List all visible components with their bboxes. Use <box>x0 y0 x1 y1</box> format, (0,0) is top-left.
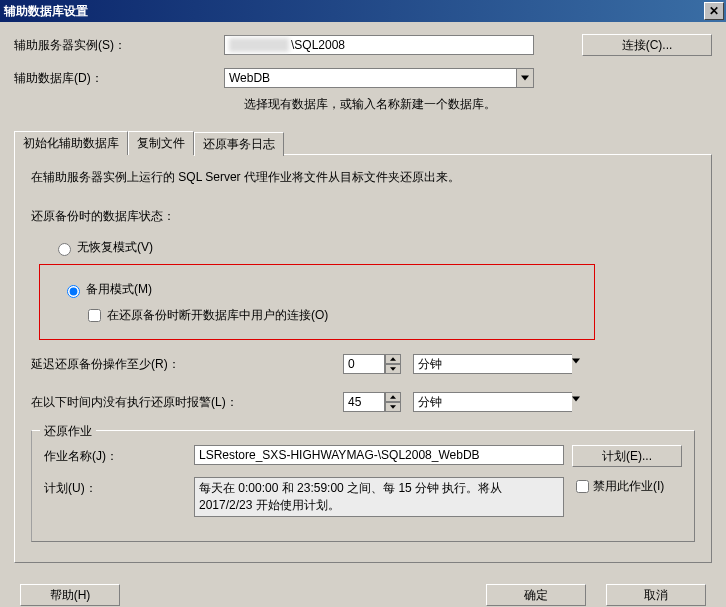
radio-standby-row[interactable]: 备用模式(M) <box>62 281 594 298</box>
disable-job-checkbox[interactable] <box>576 480 589 493</box>
delay-unit-combo[interactable] <box>413 354 543 374</box>
dropdown-arrow-icon[interactable] <box>572 392 580 412</box>
spin-down-icon[interactable] <box>385 402 401 412</box>
plan-button[interactable]: 计划(E)... <box>572 445 682 467</box>
delay-input[interactable] <box>343 354 385 374</box>
close-button[interactable]: ✕ <box>704 2 724 20</box>
database-combo[interactable] <box>224 68 534 88</box>
spin-down-icon[interactable] <box>385 364 401 374</box>
tab-restore[interactable]: 还原事务日志 <box>194 132 284 156</box>
job-name-input[interactable] <box>194 445 564 465</box>
job-name-label: 作业名称(J)： <box>44 445 194 465</box>
server-blur <box>229 38 289 52</box>
alert-spinner[interactable] <box>343 392 403 412</box>
spin-up-icon[interactable] <box>385 392 401 402</box>
dropdown-arrow-icon[interactable] <box>516 68 534 88</box>
content-area: 辅助服务器实例(S)： \SQL2008 连接(C)... 辅助数据库(D)： … <box>0 22 726 576</box>
radio-no-recovery[interactable] <box>58 243 71 256</box>
panel-description: 在辅助服务器实例上运行的 SQL Server 代理作业将文件从目标文件夹还原出… <box>31 169 695 186</box>
tab-panel: 在辅助服务器实例上运行的 SQL Server 代理作业将文件从目标文件夹还原出… <box>14 154 712 563</box>
delay-unit-input[interactable] <box>413 354 572 374</box>
database-label: 辅助数据库(D)： <box>14 70 224 87</box>
schedule-label: 计划(U)： <box>44 477 194 497</box>
alert-label: 在以下时间内没有执行还原时报警(L)： <box>31 394 343 411</box>
disconnect-row[interactable]: 在还原备份时断开数据库中用户的连接(O) <box>84 306 594 325</box>
radio-standby[interactable] <box>67 285 80 298</box>
alert-unit-input[interactable] <box>413 392 572 412</box>
title-bar: 辅助数据库设置 ✕ <box>0 0 726 22</box>
cancel-button[interactable]: 取消 <box>606 584 706 606</box>
tab-init[interactable]: 初始化辅助数据库 <box>14 131 128 155</box>
restore-job-fieldset: 还原作业 作业名称(J)： 计划(E)... 计划(U)： 每天在 0:00:0… <box>31 430 695 542</box>
database-hint: 选择现有数据库，或输入名称新建一个数据库。 <box>244 96 712 113</box>
database-input[interactable] <box>224 68 516 88</box>
delay-spinner[interactable] <box>343 354 403 374</box>
alert-unit-combo[interactable] <box>413 392 543 412</box>
disable-job-label: 禁用此作业(I) <box>593 478 664 495</box>
radio-no-recovery-label: 无恢复模式(V) <box>77 239 153 256</box>
alert-input[interactable] <box>343 392 385 412</box>
help-button[interactable]: 帮助(H) <box>20 584 120 606</box>
disconnect-label: 在还原备份时断开数据库中用户的连接(O) <box>107 307 328 324</box>
footer: 帮助(H) 确定 取消 <box>0 576 726 607</box>
tab-copy[interactable]: 复制文件 <box>128 131 194 155</box>
window-title: 辅助数据库设置 <box>4 3 88 20</box>
server-value: \SQL2008 <box>291 38 345 52</box>
dropdown-arrow-icon[interactable] <box>572 354 580 374</box>
disconnect-checkbox[interactable] <box>88 309 101 322</box>
fieldset-legend: 还原作业 <box>40 423 96 440</box>
server-label: 辅助服务器实例(S)： <box>14 37 224 54</box>
tab-strip: 初始化辅助数据库 复制文件 还原事务日志 <box>14 131 712 155</box>
schedule-text: 每天在 0:00:00 和 23:59:00 之间、每 15 分钟 执行。将从 … <box>194 477 564 517</box>
radio-no-recovery-row[interactable]: 无恢复模式(V) <box>53 239 695 256</box>
ok-button[interactable]: 确定 <box>486 584 586 606</box>
state-label: 还原备份时的数据库状态： <box>31 208 695 225</box>
spin-up-icon[interactable] <box>385 354 401 364</box>
disable-job-row[interactable]: 禁用此作业(I) <box>572 477 682 496</box>
server-textbox: \SQL2008 <box>224 35 534 55</box>
connect-button[interactable]: 连接(C)... <box>582 34 712 56</box>
delay-label: 延迟还原备份操作至少(R)： <box>31 356 343 373</box>
radio-standby-label: 备用模式(M) <box>86 281 152 298</box>
highlight-box: 备用模式(M) 在还原备份时断开数据库中用户的连接(O) <box>39 264 595 340</box>
